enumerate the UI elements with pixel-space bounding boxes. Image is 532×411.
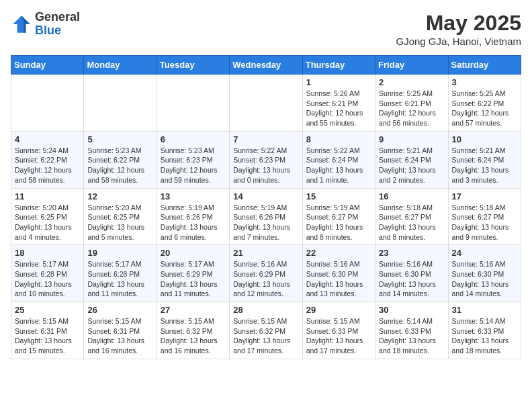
calendar-cell: 13Sunrise: 5:19 AM Sunset: 6:26 PM Dayli… bbox=[157, 188, 229, 245]
calendar-cell: 15Sunrise: 5:19 AM Sunset: 6:27 PM Dayli… bbox=[302, 188, 375, 245]
calendar-cell: 17Sunrise: 5:18 AM Sunset: 6:27 PM Dayli… bbox=[448, 188, 521, 245]
calendar-cell: 3Sunrise: 5:25 AM Sunset: 6:22 PM Daylig… bbox=[448, 75, 521, 132]
day-info: Sunrise: 5:21 AM Sunset: 6:24 PM Dayligh… bbox=[452, 146, 517, 185]
calendar-cell: 10Sunrise: 5:21 AM Sunset: 6:24 PM Dayli… bbox=[448, 131, 521, 188]
day-info: Sunrise: 5:25 AM Sunset: 6:21 PM Dayligh… bbox=[379, 89, 444, 128]
column-header-monday: Monday bbox=[84, 56, 157, 75]
day-info: Sunrise: 5:17 AM Sunset: 6:28 PM Dayligh… bbox=[87, 259, 152, 299]
calendar-cell: 4Sunrise: 5:24 AM Sunset: 6:22 PM Daylig… bbox=[11, 131, 84, 188]
calendar-cell: 18Sunrise: 5:17 AM Sunset: 6:28 PM Dayli… bbox=[11, 245, 84, 302]
calendar-table: SundayMondayTuesdayWednesdayThursdayFrid… bbox=[11, 55, 521, 359]
logo-text: General Blue bbox=[35, 11, 80, 38]
logo-icon bbox=[11, 13, 32, 35]
day-number: 7 bbox=[233, 134, 298, 144]
calendar-cell: 19Sunrise: 5:17 AM Sunset: 6:28 PM Dayli… bbox=[84, 245, 157, 302]
calendar-cell bbox=[84, 75, 157, 132]
calendar-header-row: SundayMondayTuesdayWednesdayThursdayFrid… bbox=[11, 56, 521, 75]
day-number: 17 bbox=[452, 191, 517, 201]
day-info: Sunrise: 5:18 AM Sunset: 6:27 PM Dayligh… bbox=[452, 203, 517, 242]
day-number: 19 bbox=[87, 248, 152, 258]
day-number: 14 bbox=[233, 191, 298, 201]
day-number: 16 bbox=[379, 191, 444, 201]
calendar-cell: 24Sunrise: 5:16 AM Sunset: 6:30 PM Dayli… bbox=[448, 245, 521, 302]
day-number: 13 bbox=[161, 191, 226, 201]
day-info: Sunrise: 5:19 AM Sunset: 6:26 PM Dayligh… bbox=[233, 203, 298, 242]
calendar-cell: 30Sunrise: 5:14 AM Sunset: 6:33 PM Dayli… bbox=[375, 302, 448, 359]
day-info: Sunrise: 5:15 AM Sunset: 6:33 PM Dayligh… bbox=[306, 316, 371, 356]
day-number: 9 bbox=[379, 134, 444, 144]
calendar-cell bbox=[230, 75, 302, 132]
calendar-cell: 12Sunrise: 5:20 AM Sunset: 6:25 PM Dayli… bbox=[84, 188, 157, 245]
day-number: 20 bbox=[161, 248, 226, 258]
day-info: Sunrise: 5:25 AM Sunset: 6:22 PM Dayligh… bbox=[452, 89, 517, 128]
day-info: Sunrise: 5:15 AM Sunset: 6:32 PM Dayligh… bbox=[161, 316, 226, 356]
day-number: 31 bbox=[452, 305, 517, 315]
calendar-cell: 8Sunrise: 5:22 AM Sunset: 6:24 PM Daylig… bbox=[302, 131, 375, 188]
location-text: GJong GJa, Hanoi, Vietnam bbox=[396, 36, 522, 47]
logo-blue-text: Blue bbox=[35, 24, 80, 38]
day-info: Sunrise: 5:16 AM Sunset: 6:30 PM Dayligh… bbox=[379, 259, 444, 299]
calendar-cell: 5Sunrise: 5:23 AM Sunset: 6:22 PM Daylig… bbox=[84, 131, 157, 188]
day-number: 29 bbox=[306, 305, 371, 315]
calendar-week-4: 18Sunrise: 5:17 AM Sunset: 6:28 PM Dayli… bbox=[11, 245, 521, 302]
day-info: Sunrise: 5:21 AM Sunset: 6:24 PM Dayligh… bbox=[379, 146, 444, 185]
calendar-cell: 23Sunrise: 5:16 AM Sunset: 6:30 PM Dayli… bbox=[375, 245, 448, 302]
day-number: 2 bbox=[379, 77, 444, 87]
calendar-cell: 21Sunrise: 5:16 AM Sunset: 6:29 PM Dayli… bbox=[230, 245, 302, 302]
day-number: 5 bbox=[87, 134, 152, 144]
day-number: 1 bbox=[306, 77, 371, 87]
calendar-cell: 26Sunrise: 5:15 AM Sunset: 6:31 PM Dayli… bbox=[84, 302, 157, 359]
calendar-cell: 28Sunrise: 5:15 AM Sunset: 6:32 PM Dayli… bbox=[230, 302, 302, 359]
day-number: 6 bbox=[161, 134, 226, 144]
day-number: 24 bbox=[452, 248, 517, 258]
day-info: Sunrise: 5:14 AM Sunset: 6:33 PM Dayligh… bbox=[379, 316, 444, 356]
calendar-week-2: 4Sunrise: 5:24 AM Sunset: 6:22 PM Daylig… bbox=[11, 131, 521, 188]
day-info: Sunrise: 5:17 AM Sunset: 6:29 PM Dayligh… bbox=[161, 259, 226, 299]
day-number: 12 bbox=[87, 191, 152, 201]
calendar-cell: 27Sunrise: 5:15 AM Sunset: 6:32 PM Dayli… bbox=[157, 302, 229, 359]
day-info: Sunrise: 5:19 AM Sunset: 6:26 PM Dayligh… bbox=[161, 203, 226, 242]
calendar-cell: 9Sunrise: 5:21 AM Sunset: 6:24 PM Daylig… bbox=[375, 131, 448, 188]
column-header-tuesday: Tuesday bbox=[157, 56, 229, 75]
day-info: Sunrise: 5:23 AM Sunset: 6:23 PM Dayligh… bbox=[161, 146, 226, 185]
day-info: Sunrise: 5:15 AM Sunset: 6:31 PM Dayligh… bbox=[87, 316, 152, 356]
day-number: 4 bbox=[15, 134, 80, 144]
day-info: Sunrise: 5:19 AM Sunset: 6:27 PM Dayligh… bbox=[306, 203, 371, 242]
day-number: 8 bbox=[306, 134, 371, 144]
day-info: Sunrise: 5:20 AM Sunset: 6:25 PM Dayligh… bbox=[15, 203, 80, 242]
day-info: Sunrise: 5:16 AM Sunset: 6:30 PM Dayligh… bbox=[306, 259, 371, 299]
day-number: 3 bbox=[452, 77, 517, 87]
title-area: May 2025 GJong GJa, Hanoi, Vietnam bbox=[396, 11, 522, 47]
logo: General Blue bbox=[11, 11, 80, 38]
calendar-cell bbox=[11, 75, 84, 132]
day-info: Sunrise: 5:17 AM Sunset: 6:28 PM Dayligh… bbox=[15, 259, 80, 299]
day-number: 30 bbox=[379, 305, 444, 315]
column-header-sunday: Sunday bbox=[11, 56, 84, 75]
calendar-cell: 2Sunrise: 5:25 AM Sunset: 6:21 PM Daylig… bbox=[375, 75, 448, 132]
calendar-week-3: 11Sunrise: 5:20 AM Sunset: 6:25 PM Dayli… bbox=[11, 188, 521, 245]
page-header: General Blue May 2025 GJong GJa, Hanoi, … bbox=[11, 11, 521, 47]
month-title: May 2025 bbox=[396, 11, 522, 36]
calendar-cell: 16Sunrise: 5:18 AM Sunset: 6:27 PM Dayli… bbox=[375, 188, 448, 245]
calendar-week-5: 25Sunrise: 5:15 AM Sunset: 6:31 PM Dayli… bbox=[11, 302, 521, 359]
column-header-friday: Friday bbox=[375, 56, 448, 75]
day-info: Sunrise: 5:22 AM Sunset: 6:24 PM Dayligh… bbox=[306, 146, 371, 185]
day-number: 18 bbox=[15, 248, 80, 258]
day-info: Sunrise: 5:16 AM Sunset: 6:29 PM Dayligh… bbox=[233, 259, 298, 299]
day-info: Sunrise: 5:24 AM Sunset: 6:22 PM Dayligh… bbox=[15, 146, 80, 185]
calendar-cell: 6Sunrise: 5:23 AM Sunset: 6:23 PM Daylig… bbox=[157, 131, 229, 188]
calendar-cell bbox=[157, 75, 229, 132]
day-info: Sunrise: 5:26 AM Sunset: 6:21 PM Dayligh… bbox=[306, 89, 371, 128]
day-info: Sunrise: 5:14 AM Sunset: 6:33 PM Dayligh… bbox=[452, 316, 517, 356]
day-number: 23 bbox=[379, 248, 444, 258]
calendar-cell: 22Sunrise: 5:16 AM Sunset: 6:30 PM Dayli… bbox=[302, 245, 375, 302]
column-header-saturday: Saturday bbox=[448, 56, 521, 75]
calendar-cell: 7Sunrise: 5:22 AM Sunset: 6:23 PM Daylig… bbox=[230, 131, 302, 188]
day-number: 21 bbox=[233, 248, 298, 258]
day-info: Sunrise: 5:23 AM Sunset: 6:22 PM Dayligh… bbox=[87, 146, 152, 185]
day-info: Sunrise: 5:16 AM Sunset: 6:30 PM Dayligh… bbox=[452, 259, 517, 299]
day-number: 22 bbox=[306, 248, 371, 258]
calendar-cell: 25Sunrise: 5:15 AM Sunset: 6:31 PM Dayli… bbox=[11, 302, 84, 359]
calendar-cell: 20Sunrise: 5:17 AM Sunset: 6:29 PM Dayli… bbox=[157, 245, 229, 302]
day-number: 10 bbox=[452, 134, 517, 144]
